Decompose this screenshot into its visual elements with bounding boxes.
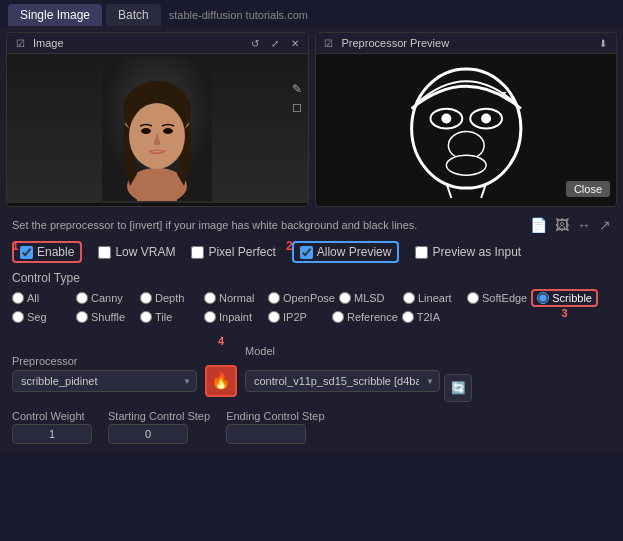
model-refresh-button[interactable]: 🔄: [444, 374, 472, 402]
control-type-section: Control Type All Canny Depth Normal Open…: [6, 267, 617, 325]
radio-scribble[interactable]: 3 Scribble: [531, 289, 598, 307]
radio-mlsd[interactable]: MLSD: [339, 289, 399, 307]
model-section: Model control_v11p_sd15_scribble [d4ba51…: [245, 345, 472, 402]
annotation-3: 3: [562, 307, 568, 319]
download-preview-icon[interactable]: ⬇: [596, 36, 610, 50]
preprocessor-label: Preprocessor: [12, 355, 197, 367]
svg-text:↖: ↖: [501, 88, 511, 102]
radio-reference-input[interactable]: [332, 311, 344, 323]
fire-button[interactable]: 🔥: [205, 365, 237, 397]
radio-softedge-label: SoftEdge: [482, 292, 527, 304]
radio-t2ia-input[interactable]: [402, 311, 414, 323]
preprocessor-panel: ☑ Preprocessor Preview ⬇: [315, 32, 618, 207]
radio-reference[interactable]: Reference: [332, 311, 398, 323]
model-select[interactable]: control_v11p_sd15_scribble [d4ba51ff]: [245, 370, 440, 392]
image-icon[interactable]: 🖼: [555, 217, 569, 233]
controls-section: 1 2 Enable Low VRAM Pixel Perfect Allow …: [6, 237, 617, 267]
mask-icon[interactable]: ◻: [290, 100, 304, 114]
model-select-wrapper: control_v11p_sd15_scribble [d4ba51ff]: [245, 370, 440, 392]
radio-inpaint-input[interactable]: [204, 311, 216, 323]
model-label: Model: [245, 345, 472, 357]
radio-shuffle[interactable]: Shuffle: [76, 311, 136, 323]
radio-seg-input[interactable]: [12, 311, 24, 323]
enable-label: Enable: [37, 245, 74, 259]
fire-btn-wrapper: 4 🔥: [205, 351, 237, 397]
info-bar: Set the preprocessor to [invert] if your…: [6, 213, 617, 237]
radio-openpose-label: OpenPose: [283, 292, 335, 304]
radio-scribble-input[interactable]: [537, 292, 549, 304]
close-preview-button[interactable]: Close: [566, 181, 610, 197]
refresh-image-icon[interactable]: ↺: [248, 36, 262, 50]
radio-all[interactable]: All: [12, 289, 72, 307]
radio-mlsd-input[interactable]: [339, 292, 351, 304]
allow-preview-checkbox-group[interactable]: Allow Preview: [292, 241, 400, 263]
radio-openpose-input[interactable]: [268, 292, 280, 304]
radio-normal[interactable]: Normal: [204, 289, 264, 307]
starting-step-label: Starting Control Step: [108, 410, 210, 422]
image-checkbox-icon[interactable]: ☑: [13, 36, 27, 50]
controls-row: Enable Low VRAM Pixel Perfect Allow Prev…: [6, 237, 617, 267]
radio-t2ia[interactable]: T2IA: [402, 311, 462, 323]
radio-seg[interactable]: Seg: [12, 311, 72, 323]
svg-rect-2: [137, 174, 177, 201]
radio-openpose[interactable]: OpenPose: [268, 289, 335, 307]
radio-t2ia-label: T2IA: [417, 311, 440, 323]
radio-all-label: All: [27, 292, 39, 304]
radio-canny-input[interactable]: [76, 292, 88, 304]
low-vram-checkbox-group[interactable]: Low VRAM: [98, 245, 175, 259]
preprocessor-section: Preprocessor scribble_pidinet scribble_h…: [12, 355, 197, 392]
low-vram-checkbox[interactable]: [98, 246, 111, 259]
close-image-icon[interactable]: ✕: [288, 36, 302, 50]
tab-single-image[interactable]: Single Image: [8, 4, 102, 26]
radio-ip2p-label: IP2P: [283, 311, 307, 323]
tab-bar: Single Image Batch stable-diffusion tuto…: [0, 0, 623, 26]
pixel-perfect-checkbox[interactable]: [191, 246, 204, 259]
bottom-row: Control Weight Starting Control Step End…: [6, 406, 617, 448]
preview-as-input-checkbox-group[interactable]: Preview as Input: [415, 245, 521, 259]
image-panel: ☑ Image ↺ ⤢ ✕: [6, 32, 309, 207]
edit-icon[interactable]: ✎: [290, 82, 304, 96]
swap-icon[interactable]: ↔: [577, 217, 591, 233]
enable-checkbox[interactable]: [20, 246, 33, 259]
ending-step-label: Ending Control Step: [226, 410, 324, 422]
radio-normal-input[interactable]: [204, 292, 216, 304]
radio-lineart-input[interactable]: [403, 292, 415, 304]
document-icon[interactable]: 📄: [530, 217, 547, 233]
radio-depth-input[interactable]: [140, 292, 152, 304]
enable-checkbox-group[interactable]: Enable: [12, 241, 82, 263]
preview-as-input-checkbox[interactable]: [415, 246, 428, 259]
radio-all-input[interactable]: [12, 292, 24, 304]
svg-point-7: [163, 128, 173, 134]
radio-softedge-input[interactable]: [467, 292, 479, 304]
image-panel-header: ☑ Image ↺ ⤢ ✕: [7, 33, 308, 54]
radio-inpaint-label: Inpaint: [219, 311, 252, 323]
radio-depth[interactable]: Depth: [140, 289, 200, 307]
radio-canny-label: Canny: [91, 292, 123, 304]
radio-tile-input[interactable]: [140, 311, 152, 323]
image-display[interactable]: ✎ ◻: [7, 54, 308, 203]
radio-tile[interactable]: Tile: [140, 311, 200, 323]
radio-softedge[interactable]: SoftEdge: [467, 289, 527, 307]
radio-shuffle-input[interactable]: [76, 311, 88, 323]
tab-batch[interactable]: Batch: [106, 4, 161, 26]
radio-inpaint[interactable]: Inpaint: [204, 311, 264, 323]
preprocessor-select[interactable]: scribble_pidinet scribble_hed none: [12, 370, 197, 392]
radio-lineart[interactable]: Lineart: [403, 289, 463, 307]
expand-image-icon[interactable]: ⤢: [268, 36, 282, 50]
arrow-icon[interactable]: ↗: [599, 217, 611, 233]
pixel-perfect-checkbox-group[interactable]: Pixel Perfect: [191, 245, 275, 259]
info-text: Set the preprocessor to [invert] if your…: [12, 219, 530, 231]
info-icons: 📄 🖼 ↔ ↗: [530, 217, 611, 233]
model-row: control_v11p_sd15_scribble [d4ba51ff] 🔄: [245, 360, 472, 402]
preproc-checkbox-icon[interactable]: ☑: [322, 36, 336, 50]
radio-reference-label: Reference: [347, 311, 398, 323]
allow-preview-checkbox[interactable]: [300, 246, 313, 259]
radio-ip2p[interactable]: IP2P: [268, 311, 328, 323]
ending-step-input[interactable]: [226, 424, 306, 444]
radio-canny[interactable]: Canny: [76, 289, 136, 307]
radio-tile-label: Tile: [155, 311, 172, 323]
preprocessor-panel-header: ☑ Preprocessor Preview ⬇: [316, 33, 617, 54]
radio-ip2p-input[interactable]: [268, 311, 280, 323]
starting-step-input[interactable]: [108, 424, 188, 444]
control-weight-input[interactable]: [12, 424, 92, 444]
